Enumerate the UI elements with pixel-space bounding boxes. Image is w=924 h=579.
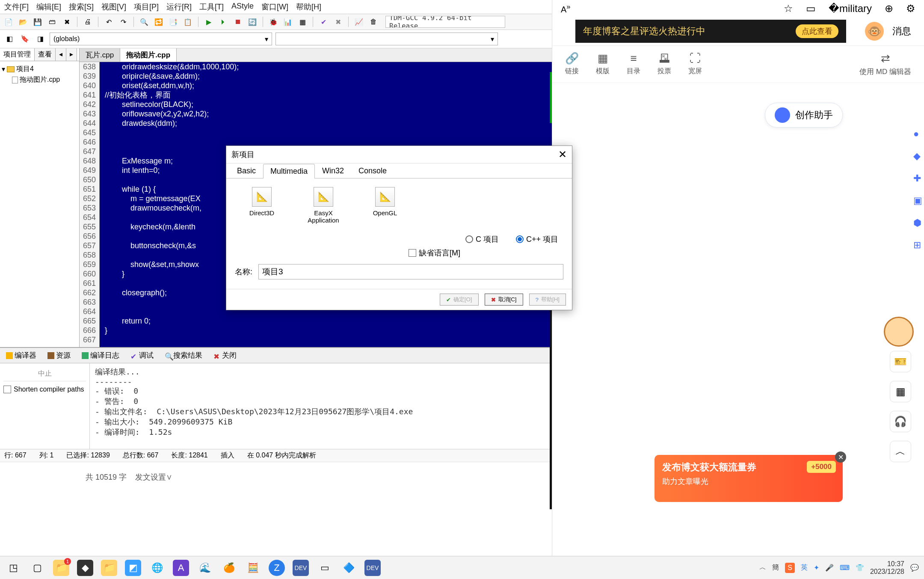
menu-astyle[interactable]: AStyle xyxy=(231,2,254,12)
tab-view[interactable]: 查看 xyxy=(35,48,56,61)
template-opengl[interactable]: 📐OpenGL xyxy=(361,187,409,224)
project-name-input[interactable] xyxy=(258,264,563,279)
members-dropdown[interactable]: ▾ xyxy=(275,33,498,45)
save-all-icon[interactable]: 🗃 xyxy=(46,16,58,28)
btab-resources[interactable]: 资源 xyxy=(45,350,73,361)
replace-icon[interactable]: 🔁 xyxy=(153,16,165,28)
edge-icon-6[interactable]: ⊞ xyxy=(913,240,922,251)
app-icon-2[interactable]: 📁 xyxy=(101,560,117,576)
open-icon[interactable]: 📂 xyxy=(17,16,29,28)
publish-settings[interactable]: 发文设置∨ xyxy=(135,472,172,482)
menu-run[interactable]: 运行[R] xyxy=(166,2,192,12)
close-file-icon[interactable]: ✖ xyxy=(61,16,73,28)
edge-icon-2[interactable]: ◆ xyxy=(913,151,922,162)
app-icon-purple[interactable]: A xyxy=(173,560,189,576)
ai-assistant-pill[interactable]: 创作助手 xyxy=(765,103,843,128)
btab-debug[interactable]: ✔调试 xyxy=(128,350,156,361)
dlg-tab-win32[interactable]: Win32 xyxy=(315,163,351,178)
template-direct3d[interactable]: 📐Direct3D xyxy=(238,187,285,224)
edge-icon-1[interactable]: ● xyxy=(913,128,922,140)
rebuild-icon[interactable]: 🔄 xyxy=(246,16,258,28)
promo-card[interactable]: ✕ 发布博文获大额流量券 助力文章曝光 +5000 xyxy=(654,455,843,502)
devcpp-icon-2[interactable]: DEV xyxy=(364,560,381,576)
check-icon[interactable]: ✔ xyxy=(317,16,329,28)
tray-notification-icon[interactable]: 💬 xyxy=(910,564,919,572)
favorites-icon[interactable]: �military xyxy=(829,3,872,15)
template-easyx[interactable]: 📐EasyX Application xyxy=(300,187,347,224)
new-file-icon[interactable]: 📄 xyxy=(3,16,15,28)
menu-window[interactable]: 窗口[W] xyxy=(261,2,288,12)
code-content[interactable]: oridrawdesksize(&ddm,1000,100); oripircl… xyxy=(100,62,239,347)
promo-close-icon[interactable]: ✕ xyxy=(835,451,846,463)
profile-icon[interactable]: 📊 xyxy=(282,16,294,28)
app-window-icon[interactable]: ▭ xyxy=(317,560,333,576)
use-md-editor[interactable]: 使用 MD 编辑器 xyxy=(859,67,911,77)
tray-shirt-icon[interactable]: 👕 xyxy=(856,564,864,572)
undo-icon[interactable]: ↶ xyxy=(103,16,115,28)
headset-icon[interactable]: 🎧 xyxy=(890,411,911,432)
globals-dropdown[interactable]: (globals)▾ xyxy=(50,33,272,45)
edge-icon-5[interactable]: ⬢ xyxy=(913,217,922,229)
star-icon[interactable]: ☆ xyxy=(784,3,793,15)
menu-tools[interactable]: 工具[T] xyxy=(199,2,224,12)
dialog-cancel-button[interactable]: ✖取消[C] xyxy=(485,294,523,306)
app-icon-calc[interactable]: 🧮 xyxy=(245,560,261,576)
menu-help[interactable]: 帮助[H] xyxy=(296,2,321,12)
app-icon-1[interactable]: ◆ xyxy=(77,560,93,576)
compile-icon[interactable]: ▶ xyxy=(203,16,215,28)
start-icon[interactable]: ◳ xyxy=(5,560,21,576)
compiler-selector[interactable]: TDM-GCC 4.9.2 64-bit Release xyxy=(385,16,505,28)
redo-icon[interactable]: ↷ xyxy=(117,16,129,28)
shorten-paths-checkbox[interactable]: Shorten compiler paths xyxy=(3,386,86,393)
edge-icon-3[interactable]: ✚ xyxy=(913,173,922,184)
layout-icon[interactable]: ▦ xyxy=(296,16,308,28)
mascot-avatar[interactable] xyxy=(884,317,914,347)
extensions-icon[interactable]: ⚙ xyxy=(906,3,915,15)
collections-icon[interactable]: ⊕ xyxy=(885,3,893,15)
menu-search[interactable]: 搜索[S] xyxy=(69,2,94,12)
menu-edit[interactable]: 编辑[E] xyxy=(36,2,61,12)
explorer-icon[interactable]: 📁 xyxy=(53,560,69,576)
btab-search-results[interactable]: 🔍搜索结果 xyxy=(162,350,205,361)
bookmark-icon[interactable]: 🔖 xyxy=(19,33,31,45)
back-to-top-icon[interactable]: ︿ xyxy=(890,441,911,462)
tab-project-manager[interactable]: 项目管理 xyxy=(0,48,35,61)
panel-right-icon[interactable]: ◨ xyxy=(34,33,46,45)
find-icon[interactable]: 🔍 xyxy=(138,16,150,28)
menu-file[interactable]: 文件[F] xyxy=(4,2,29,12)
save-icon[interactable]: 💾 xyxy=(32,16,44,28)
file-tab-1[interactable]: 瓦片.cpp xyxy=(80,48,120,62)
panel-toggle-icon[interactable]: ◧ xyxy=(3,33,15,45)
tray-input-icon[interactable]: ✦ xyxy=(814,564,819,572)
tray-keyboard-icon[interactable]: ⌨ xyxy=(840,564,850,572)
goto-icon[interactable]: 📋 xyxy=(182,16,194,28)
task-view-icon[interactable]: ▢ xyxy=(29,560,45,576)
radio-cpp-project[interactable]: C++ 项目 xyxy=(516,234,558,244)
tool-vote[interactable]: 🗳投票 xyxy=(657,52,671,77)
run-icon[interactable]: ⏵ xyxy=(217,16,229,28)
btab-compiler[interactable]: 编译器 xyxy=(3,350,39,361)
edge-icon[interactable]: 🌊 xyxy=(197,560,213,576)
dlg-tab-basic[interactable]: Basic xyxy=(230,163,263,178)
tool-template[interactable]: ▦模版 xyxy=(596,52,610,77)
chart-icon[interactable]: 📈 xyxy=(353,16,365,28)
tool-link[interactable]: 🔗链接 xyxy=(565,52,579,77)
tree-file[interactable]: 拖动图片.cpp xyxy=(2,74,77,85)
edge-icon-4[interactable]: ▣ xyxy=(913,195,922,206)
devcpp-icon-1[interactable]: DEV xyxy=(293,560,309,576)
messages-link[interactable]: 消息 xyxy=(892,25,911,38)
default-language-checkbox[interactable]: 缺省语言[M] xyxy=(409,248,460,258)
tray-chevron-icon[interactable]: ︿ xyxy=(759,563,766,572)
tree-root[interactable]: ▾ 项目4 xyxy=(2,64,77,74)
menu-project[interactable]: 项目[P] xyxy=(134,2,159,12)
user-avatar[interactable]: 🐵 xyxy=(865,22,884,41)
tray-ime[interactable]: 英 xyxy=(801,563,808,572)
compile-run-icon[interactable]: ⏹ xyxy=(232,16,244,28)
tool-widescreen[interactable]: ⛶宽屏 xyxy=(688,52,702,77)
zoom-icon[interactable]: Z xyxy=(269,560,285,576)
coupon-icon[interactable]: 🎫 xyxy=(890,351,911,372)
chrome-icon[interactable]: 🌐 xyxy=(149,560,165,576)
search-files-icon[interactable]: 📑 xyxy=(167,16,179,28)
file-tab-2[interactable]: 拖动图片.cpp xyxy=(120,48,177,62)
app-color-icon[interactable]: 🔷 xyxy=(341,560,357,576)
